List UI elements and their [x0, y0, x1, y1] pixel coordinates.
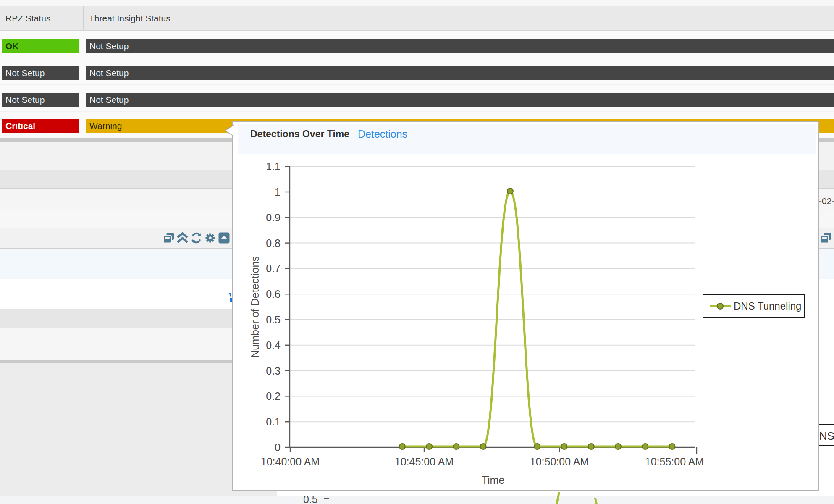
column-header-threat-insight-status: Threat Insight Status	[89, 13, 170, 24]
dashboard-page: RPZ Status Threat Insight Status OK Not …	[0, 0, 834, 504]
underlying-yaxis-tick	[324, 498, 329, 499]
flyout-header: Detections Over Time Detections	[238, 124, 816, 154]
detections-flyout-panel: Detections Over Time Detections	[232, 121, 819, 491]
column-separator	[83, 6, 84, 30]
detections-link[interactable]: Detections	[358, 128, 407, 140]
row-separator	[0, 111, 834, 112]
status-badge-rpz-row3[interactable]: Not Setup	[2, 93, 79, 107]
copy-panels-icon[interactable]	[163, 232, 174, 244]
copy-panels-icon[interactable]	[820, 232, 831, 244]
status-badge-threat-row2[interactable]: Not Setup	[86, 66, 834, 80]
status-badge-threat-row3[interactable]: Not Setup	[86, 93, 834, 107]
export-up-icon[interactable]	[218, 232, 230, 244]
widget-toolbar-right	[820, 232, 834, 244]
flyout-title: Detections Over Time	[250, 129, 349, 140]
collapse-up-icon[interactable]	[177, 232, 188, 244]
date-fragment-label: -02-	[819, 196, 834, 206]
status-badge-threat-row1[interactable]: Not Setup	[86, 39, 834, 53]
settings-gear-icon[interactable]	[205, 232, 216, 244]
flyout-pointer-tail	[223, 122, 234, 140]
status-badge-rpz-row1[interactable]: OK	[2, 39, 79, 53]
column-header-rpz-status: RPZ Status	[5, 13, 50, 24]
underlying-yaxis-label: 0.5	[303, 494, 318, 504]
status-badge-rpz-row2[interactable]: Not Setup	[2, 66, 79, 80]
row-separator	[0, 58, 834, 58]
widget-toolbar-left	[163, 232, 230, 244]
row-separator	[0, 84, 834, 85]
status-badge-rpz-row4[interactable]: Critical	[2, 119, 79, 133]
status-table-header: RPZ Status Threat Insight Status	[0, 6, 834, 31]
refresh-icon[interactable]	[191, 232, 202, 244]
page-top-strip	[0, 0, 834, 6]
page-bottom-strip	[0, 496, 834, 504]
